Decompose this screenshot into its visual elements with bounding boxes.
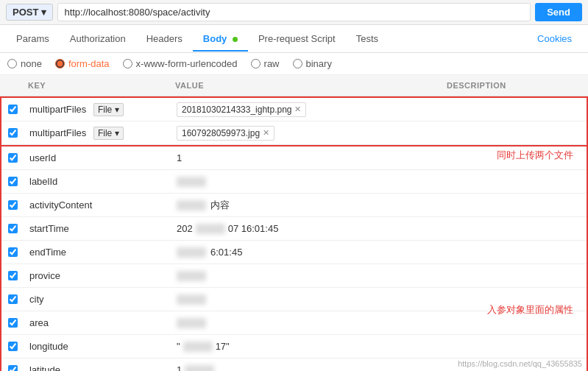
watermark: https://blog.csdn.net/qq_43655835: [458, 359, 582, 368]
tab-tests[interactable]: Tests: [346, 27, 389, 52]
table-row: longitude " 17": [1, 335, 587, 358]
row-checkbox-col[interactable]: [1, 268, 24, 283]
blurred-value: [177, 294, 206, 305]
file-rows-section: multipartFiles File ▾ 20181030214333_igh…: [0, 96, 588, 146]
header-key: KEY: [22, 78, 169, 93]
row-checkbox-col[interactable]: [1, 125, 24, 141]
row-desc-cell: [439, 107, 587, 113]
table-row: multipartFiles File ▾ 1607928059973.jpg …: [1, 121, 587, 145]
row-key-cell: provice: [24, 267, 171, 284]
row-key-cell: latitude: [24, 361, 171, 371]
table-row: activityContent 内容: [1, 194, 587, 217]
row-checkbox-col[interactable]: [1, 197, 24, 213]
radio-urlencoded[interactable]: x-www-form-urlencoded: [123, 58, 238, 69]
header-checkbox-col: [0, 78, 22, 93]
row-checkbox-col[interactable]: [1, 315, 24, 331]
row-checkbox-col[interactable]: [1, 244, 24, 260]
row-desc-cell: [439, 226, 587, 232]
header-value: VALUE: [169, 78, 441, 93]
tab-cookies[interactable]: Cookies: [527, 27, 582, 52]
tab-authorization[interactable]: Authorization: [60, 27, 136, 52]
row-enabled-checkbox[interactable]: [8, 200, 18, 210]
blurred-value: [177, 247, 206, 258]
row-value-cell: 6:01:45: [171, 244, 439, 261]
row-desc-cell: [439, 179, 587, 185]
table-wrapper: KEY VALUE DESCRIPTION multipartFiles Fil…: [0, 75, 588, 371]
radio-binary[interactable]: binary: [293, 58, 332, 69]
table-header: KEY VALUE DESCRIPTION: [0, 75, 588, 96]
table-row: provice: [1, 264, 587, 288]
tab-bar: Params Authorization Headers Body Pre-re…: [0, 25, 588, 53]
annotation-params: 入参对象里面的属性: [487, 303, 573, 317]
row-key-cell: area: [24, 314, 171, 331]
row-checkbox-col[interactable]: [1, 102, 24, 117]
send-button[interactable]: Send: [535, 3, 582, 21]
row-enabled-checkbox[interactable]: [8, 342, 18, 351]
row-key-cell: longitude: [24, 338, 171, 355]
row-enabled-checkbox[interactable]: [8, 294, 18, 304]
radio-form-data[interactable]: form-data: [55, 58, 110, 69]
row-value-cell: [171, 174, 439, 190]
url-input[interactable]: [57, 3, 531, 21]
row-enabled-checkbox[interactable]: [8, 177, 18, 186]
row-enabled-checkbox[interactable]: [8, 105, 18, 114]
row-value-cell: [171, 315, 439, 331]
row-desc-cell: [439, 202, 587, 208]
method-arrow-icon: ▾: [41, 7, 46, 18]
table-row: endTime 6:01:45: [1, 241, 587, 264]
row-key-cell: startTime: [24, 220, 171, 237]
method-select[interactable]: POST ▾: [6, 4, 53, 21]
row-value-cell: 1: [171, 361, 439, 371]
file-type-select[interactable]: File ▾: [93, 127, 124, 140]
row-value-cell: [171, 268, 439, 284]
file-tag: 1607928059973.jpg ✕: [177, 126, 274, 141]
header-desc: DESCRIPTION: [441, 78, 588, 93]
row-checkbox-col[interactable]: [1, 174, 24, 189]
remove-file-icon[interactable]: ✕: [263, 128, 269, 138]
row-enabled-checkbox[interactable]: [8, 128, 18, 138]
blurred-value: [183, 342, 213, 352]
row-key-cell: labelId: [24, 173, 171, 190]
row-enabled-checkbox[interactable]: [8, 247, 18, 257]
row-value-cell: [171, 292, 439, 308]
annotation-files: 同时上传两个文件: [497, 149, 573, 162]
row-enabled-checkbox[interactable]: [8, 365, 18, 371]
tab-headers[interactable]: Headers: [136, 27, 193, 52]
row-enabled-checkbox[interactable]: [8, 224, 18, 233]
blurred-value: [177, 177, 206, 187]
row-key-cell: multipartFiles File ▾: [24, 101, 171, 118]
row-checkbox-col[interactable]: [1, 339, 24, 354]
tab-prerequest[interactable]: Pre-request Script: [248, 27, 346, 52]
file-tag: 20181030214333_ightp.png ✕: [177, 102, 306, 117]
row-key-cell: endTime: [24, 244, 171, 261]
row-value-cell: 202 07 16:01:45: [171, 220, 439, 237]
row-checkbox-col[interactable]: [1, 221, 24, 236]
row-value-cell: 1607928059973.jpg ✕: [171, 123, 439, 144]
table-row: multipartFiles File ▾ 20181030214333_igh…: [1, 98, 587, 121]
row-enabled-checkbox[interactable]: [8, 271, 18, 280]
blurred-value: [196, 224, 225, 234]
row-enabled-checkbox[interactable]: [8, 153, 18, 163]
row-key-cell: multipartFiles File ▾: [24, 124, 171, 141]
param-rows-section: userId 1 labelId act: [0, 146, 588, 371]
row-checkbox-col[interactable]: [1, 362, 24, 371]
radio-raw[interactable]: raw: [251, 58, 280, 69]
tab-body[interactable]: Body: [193, 27, 248, 52]
row-value-cell: 1: [171, 149, 439, 166]
row-desc-cell: [439, 250, 587, 255]
row-checkbox-col[interactable]: [1, 150, 24, 166]
row-desc-cell: [439, 344, 587, 350]
row-desc-cell: [439, 273, 587, 279]
row-desc-cell: [439, 297, 587, 303]
blurred-value: [177, 200, 206, 211]
row-checkbox-col[interactable]: [1, 292, 24, 307]
row-value-cell: " 17": [171, 338, 439, 355]
row-enabled-checkbox[interactable]: [8, 318, 18, 328]
blurred-value: [177, 318, 206, 328]
blurred-value: [177, 271, 206, 281]
table-row: labelId: [1, 170, 587, 194]
radio-none[interactable]: none: [7, 58, 42, 69]
remove-file-icon[interactable]: ✕: [294, 105, 301, 114]
tab-params[interactable]: Params: [6, 27, 60, 52]
file-type-select[interactable]: File ▾: [93, 103, 124, 116]
